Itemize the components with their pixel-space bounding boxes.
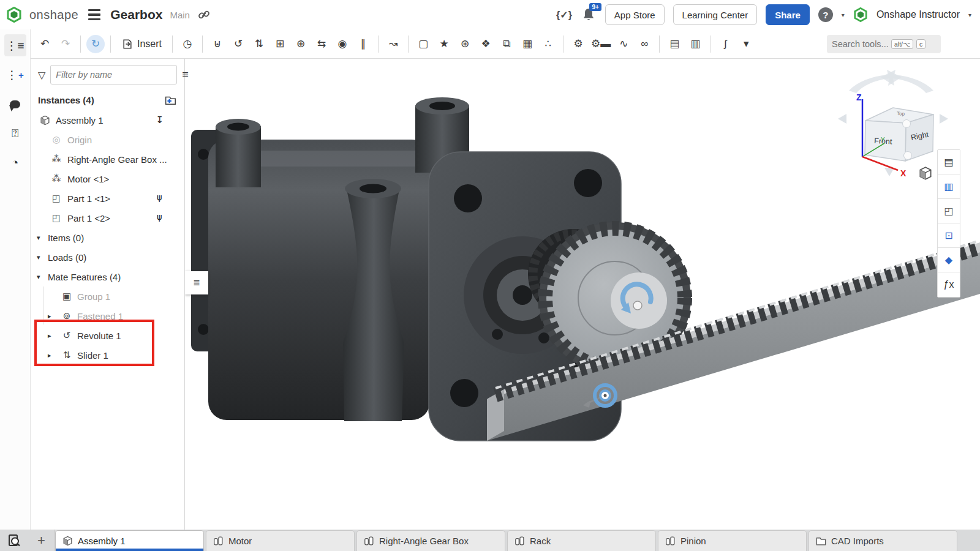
user-name[interactable]: Onshape Instructor: [876, 9, 960, 20]
redo-icon[interactable]: ↷: [56, 35, 75, 53]
tab-motor[interactable]: Motor: [206, 530, 355, 551]
document-menu-icon[interactable]: [86, 7, 103, 23]
chevron-right-icon[interactable]: ▸: [48, 312, 60, 320]
replicate-icon[interactable]: ⧉: [497, 35, 516, 53]
search-tools-box[interactable]: alt/⌥ c: [827, 35, 941, 53]
search-tabs-icon[interactable]: [0, 530, 28, 551]
document-title[interactable]: Gearbox: [110, 7, 162, 22]
feature-scripts-icon[interactable]: {✓}: [556, 9, 572, 21]
share-button[interactable]: Share: [766, 4, 810, 25]
share-link-icon[interactable]: [197, 8, 211, 21]
tangent-mate-icon[interactable]: ↝: [384, 35, 402, 53]
frame-structure-icon[interactable]: ▥: [686, 35, 704, 53]
tool-dropdown-icon[interactable]: ▾: [737, 35, 755, 53]
cylindrical-mate-icon[interactable]: ⊕: [292, 35, 310, 53]
revolute-mate-icon[interactable]: ↺: [229, 35, 247, 53]
belt-relation-icon[interactable]: ∞: [635, 35, 654, 53]
help-caret-icon[interactable]: ▾: [842, 12, 845, 18]
mate-revolute-1[interactable]: ▸ ↺ Revolute 1: [31, 326, 184, 345]
screw-relation-icon[interactable]: ∿: [614, 35, 633, 53]
help-documentation-icon[interactable]: ⍰: [4, 122, 26, 144]
sketch-curve-tool-icon[interactable]: ʃ: [716, 35, 734, 53]
bill-of-materials-icon[interactable]: ▤: [665, 35, 684, 53]
ball-mate-icon[interactable]: ◉: [333, 35, 352, 53]
tab-rack[interactable]: Rack: [507, 530, 656, 551]
dof-indicator-icon[interactable]: ⋔: [156, 193, 164, 204]
branch-name[interactable]: Main: [170, 10, 190, 20]
tree-item-right-angle-gear-box[interactable]: ⁂ Right-Angle Gear Box ...: [31, 149, 184, 169]
section-loads[interactable]: ▾ Loads (0): [31, 247, 184, 267]
dof-indicator-icon[interactable]: ⋔: [156, 212, 164, 223]
parallel-mate-icon[interactable]: ∥: [354, 35, 372, 53]
chevron-down-icon[interactable]: ▾: [37, 253, 48, 261]
help-icon[interactable]: ?: [818, 7, 833, 22]
view-cube-top-label[interactable]: Top: [897, 111, 905, 117]
mate-fastened-1[interactable]: ▸ ⊚ Fastened 1: [31, 306, 184, 326]
assembly-structure-icon[interactable]: ⋮≡: [4, 34, 26, 56]
tab-cad-imports[interactable]: CAD Imports: [809, 530, 957, 551]
tree-item-part-1-2[interactable]: ◰ Part 1 <2> ⋔: [31, 208, 184, 228]
pin-slot-mate-icon[interactable]: ⇆: [312, 35, 331, 53]
list-view-icon[interactable]: ≡: [182, 69, 189, 81]
configurations-panel-icon[interactable]: ▥: [938, 174, 960, 199]
chevron-right-icon[interactable]: ▸: [48, 351, 60, 359]
rack-and-pinion-relation-icon[interactable]: ⚙▬: [590, 35, 612, 53]
history-icon[interactable]: ◔: [4, 152, 26, 174]
variables-panel-icon[interactable]: ƒx: [938, 272, 960, 297]
fastened-mate-icon[interactable]: ⊎: [208, 35, 227, 53]
search-tools-input[interactable]: [832, 39, 888, 49]
chevron-down-icon[interactable]: ▾: [37, 273, 48, 281]
snap-mode-icon[interactable]: ❖: [477, 35, 495, 53]
planar-mate-icon[interactable]: ⊞: [271, 35, 289, 53]
tree-item-assembly-1[interactable]: Assembly 1 ↧: [31, 110, 184, 130]
comments-icon[interactable]: [4, 93, 26, 115]
create-version-icon[interactable]: ⋮+: [4, 64, 26, 86]
exploded-parts-icon[interactable]: ∴: [539, 35, 557, 53]
mate-group-1[interactable]: ▣ Group 1: [31, 287, 184, 306]
slider-mate-icon[interactable]: ⇅: [250, 35, 268, 53]
learning-center-button[interactable]: Learning Center: [673, 4, 758, 25]
edit-in-context-icon[interactable]: ⊛: [456, 35, 474, 53]
graphics-viewport[interactable]: Top Front Right Y Z X ≡ ▾: [185, 59, 980, 530]
add-tab-button[interactable]: +: [28, 530, 55, 551]
collapse-panel-button[interactable]: ≡: [185, 271, 208, 294]
filter-funnel-icon[interactable]: ▽: [38, 69, 45, 81]
tree-item-origin[interactable]: ◎ Origin: [31, 130, 184, 149]
filter-by-name-input[interactable]: [50, 65, 177, 84]
tree-item-motor[interactable]: ⁂ Motor <1>: [31, 169, 184, 189]
onshape-logo-icon[interactable]: [6, 7, 22, 23]
mate-slider-1[interactable]: ▸ ⇅ Slider 1: [31, 345, 184, 365]
shortcut-c-key: c: [916, 39, 925, 49]
user-avatar[interactable]: [853, 7, 868, 22]
view-cube[interactable]: Top Front Right Y Z X: [838, 70, 948, 178]
slider-mate-icon: ⇅: [60, 350, 74, 361]
section-view-panel-icon[interactable]: ◆: [938, 248, 960, 272]
tab-pinion[interactable]: Pinion: [658, 530, 807, 551]
chevron-down-icon[interactable]: ▾: [37, 234, 48, 242]
fixed-anchor-icon[interactable]: ↧: [156, 114, 164, 126]
named-positions-clock-icon[interactable]: ◷: [178, 35, 197, 53]
user-menu-caret-icon[interactable]: ▾: [968, 12, 971, 18]
gear-relation-icon[interactable]: ⚙: [569, 35, 587, 53]
notification-badge: 9+: [589, 3, 601, 11]
add-folder-icon[interactable]: [164, 93, 177, 107]
update-linked-documents-icon[interactable]: ↻: [86, 35, 105, 53]
part-studio-tab-icon: [363, 535, 375, 547]
section-items[interactable]: ▾ Items (0): [31, 228, 184, 247]
chevron-right-icon[interactable]: ▸: [48, 332, 60, 340]
bom-panel-icon[interactable]: ▤: [938, 150, 960, 174]
linear-pattern-icon[interactable]: ▦: [518, 35, 537, 53]
assembly-3d-model[interactable]: Top Front Right Y Z X: [185, 59, 980, 530]
app-store-button[interactable]: App Store: [605, 4, 665, 25]
group-parts-icon[interactable]: ▢: [414, 35, 432, 53]
tree-item-part-1-1[interactable]: ◰ Part 1 <1> ⋔: [31, 189, 184, 208]
undo-icon[interactable]: ↶: [36, 35, 54, 53]
named-views-panel-icon[interactable]: ⊡: [938, 223, 960, 248]
appearance-panel-icon[interactable]: ◰: [938, 199, 960, 223]
tab-right-angle-gear-box[interactable]: Right-Angle Gear Box: [356, 530, 505, 551]
notifications-bell-icon[interactable]: 9+: [581, 7, 597, 23]
mate-connector-icon[interactable]: ★: [435, 35, 453, 53]
section-mate-features[interactable]: ▾ Mate Features (4): [31, 267, 184, 287]
insert-button[interactable]: Insert: [116, 34, 167, 54]
tab-assembly-1[interactable]: Assembly 1: [55, 530, 204, 551]
